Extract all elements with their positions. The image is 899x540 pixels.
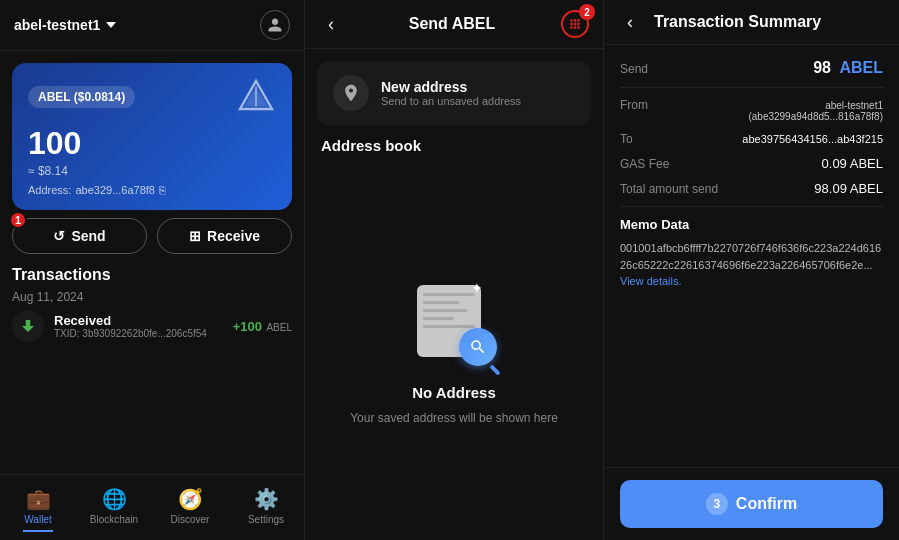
balance-amount: 100 [28, 125, 276, 162]
tx-info: Received TXID: 3b93092262b0fe...206c5f54 [54, 313, 223, 339]
nav-blockchain-label: Blockchain [90, 514, 138, 525]
nav-discover-label: Discover [171, 514, 210, 525]
notebook-line-5 [423, 325, 475, 328]
to-row: To abe39756434156...ab43f215 [620, 132, 883, 146]
copy-address-icon[interactable]: ⎘ [159, 184, 166, 196]
middle-panel: ‹ Send ABEL 2 New address Send to an uns… [305, 0, 604, 540]
notebook-line-3 [423, 309, 467, 312]
gas-value: 0.09 ABEL [822, 156, 883, 171]
send-icon: ↺ [53, 228, 65, 244]
chevron-down-icon [106, 22, 116, 28]
right-back-button[interactable]: ‹ [618, 10, 642, 34]
summary-body: Send 98 ABEL From abel-testnet1 (abe3299… [604, 45, 899, 467]
wallet-icon: 💼 [26, 487, 51, 511]
send-row: Send 98 ABEL [620, 59, 883, 77]
expand-button[interactable]: 2 [561, 10, 589, 38]
transactions-title: Transactions [12, 266, 292, 284]
nav-settings[interactable]: ⚙️ Settings [228, 483, 304, 536]
settings-icon: ⚙️ [254, 487, 279, 511]
expand-icon [568, 17, 582, 31]
tx-title: Received [54, 313, 223, 328]
token-badge: ABEL ($0.0814) [28, 86, 135, 108]
network-name: abel-testnet1 [14, 17, 100, 33]
send-label: Send [620, 62, 648, 76]
confirm-step-badge: 3 [706, 493, 728, 515]
gas-row: GAS Fee 0.09 ABEL [620, 156, 883, 171]
new-address-text: New address Send to an unsaved address [381, 79, 521, 107]
memo-text-content: 001001afbcb6ffff7b2270726f746f636f6c223a… [620, 240, 883, 290]
new-address-option[interactable]: New address Send to an unsaved address [317, 61, 591, 125]
right-header: ‹ Transaction Summary [604, 0, 899, 45]
notebook-line-1 [423, 293, 475, 296]
balance-usd: ≈ $8.14 [28, 164, 276, 178]
tx-received-icon [12, 310, 44, 342]
no-address-subtitle-text: Your saved address will be shown here [350, 411, 558, 425]
receive-button[interactable]: ⊞ Receive [157, 218, 292, 254]
view-details-link[interactable]: View details. [620, 275, 682, 287]
right-panel-title: Transaction Summary [654, 13, 821, 31]
to-label: To [620, 132, 633, 146]
divider-1 [620, 87, 883, 88]
new-address-subtitle: Send to an unsaved address [381, 95, 521, 107]
balance-address: Address: abe329...6a78f8 ⎘ [28, 184, 276, 196]
total-label: Total amount send [620, 182, 718, 196]
new-address-title: New address [381, 79, 521, 95]
gas-label: GAS Fee [620, 157, 669, 171]
receive-icon: ⊞ [189, 228, 201, 244]
blockchain-icon: 🌐 [102, 487, 127, 511]
avatar-button[interactable] [260, 10, 290, 40]
transactions-section: Transactions Aug 11, 2024 Received TXID:… [0, 266, 304, 474]
middle-panel-title: Send ABEL [409, 15, 496, 33]
action-buttons: 1 ↺ Send ⊞ Receive [12, 218, 292, 254]
balance-card-top: ABEL ($0.0814) [28, 77, 276, 117]
from-value: abel-testnet1 (abe3299a94d8d5...816a78f8… [713, 100, 883, 122]
confirm-button[interactable]: 3 Confirm [620, 480, 883, 528]
send-value: 98 ABEL [813, 59, 883, 77]
transaction-item[interactable]: Received TXID: 3b93092262b0fe...206c5f54… [12, 310, 292, 342]
back-button[interactable]: ‹ [319, 12, 343, 36]
network-selector[interactable]: abel-testnet1 [14, 17, 116, 33]
nav-active-indicator [23, 530, 53, 532]
expand-step-badge: 2 [579, 4, 595, 20]
divider-2 [620, 206, 883, 207]
from-label: From [620, 98, 648, 112]
nav-wallet[interactable]: 💼 Wallet [0, 483, 76, 536]
nav-wallet-label: Wallet [24, 514, 51, 525]
nav-blockchain[interactable]: 🌐 Blockchain [76, 483, 152, 536]
right-panel: ‹ Transaction Summary Send 98 ABEL From … [604, 0, 899, 540]
bottom-nav: 💼 Wallet 🌐 Blockchain 🧭 Discover ⚙️ Sett… [0, 474, 304, 540]
tx-symbol: ABEL [266, 322, 292, 333]
tx-amount-group: +100 ABEL [233, 317, 292, 335]
nav-settings-label: Settings [248, 514, 284, 525]
no-address-container: ✦ No Address Your saved address will be … [305, 164, 603, 540]
left-header: abel-testnet1 [0, 0, 304, 51]
transaction-date: Aug 11, 2024 [12, 290, 292, 304]
to-value: abe39756434156...ab43f215 [742, 133, 883, 145]
notebook-line-2 [423, 301, 459, 304]
middle-header: ‹ Send ABEL 2 [305, 0, 603, 49]
total-row: Total amount send 98.09 ABEL [620, 181, 883, 196]
from-row: From abel-testnet1 (abe3299a94d8d5...816… [620, 98, 883, 122]
search-circle-graphic [459, 328, 497, 366]
abel-logo-icon [236, 77, 276, 117]
memo-title: Memo Data [620, 217, 883, 232]
left-panel: abel-testnet1 ABEL ($0.0814) 100 ≈ $8.14… [0, 0, 305, 540]
tx-amount: +100 [233, 319, 262, 334]
confirm-footer: 3 Confirm [604, 467, 899, 540]
discover-icon: 🧭 [178, 487, 203, 511]
no-address-illustration: ✦ [409, 280, 499, 370]
total-value: 98.09 ABEL [814, 181, 883, 196]
send-step-badge: 1 [9, 211, 27, 229]
balance-card: ABEL ($0.0814) 100 ≈ $8.14 Address: abe3… [12, 63, 292, 210]
person-icon [267, 17, 283, 33]
new-address-icon [333, 75, 369, 111]
send-button[interactable]: 1 ↺ Send [12, 218, 147, 254]
sparkles-decoration: ✦ [471, 280, 483, 296]
address-book-title: Address book [305, 133, 603, 164]
nav-discover[interactable]: 🧭 Discover [152, 483, 228, 536]
no-address-title-text: No Address [412, 384, 496, 401]
notebook-line-4 [423, 317, 454, 320]
tx-txid: TXID: 3b93092262b0fe...206c5f54 [54, 328, 223, 339]
